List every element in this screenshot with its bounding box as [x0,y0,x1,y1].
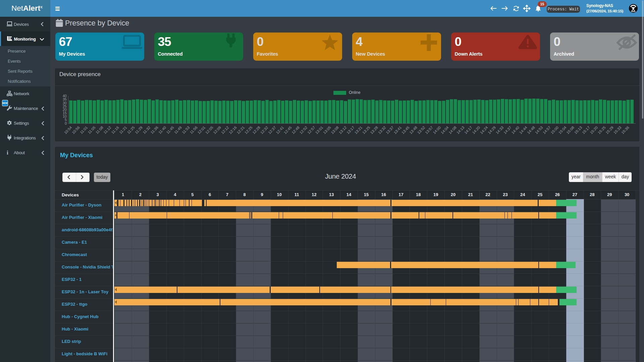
svg-text:15:13: 15:13 [574,125,583,135]
svg-text:11:08: 11:08 [95,125,104,134]
svg-text:14:40: 14:40 [511,125,520,135]
svg-text:15:29: 15:29 [605,125,614,135]
svg-text:10:54: 10:54 [63,125,73,135]
svg-text:40: 40 [63,94,67,98]
svg-text:11:12: 11:12 [103,125,112,134]
svg-text:15:04: 15:04 [558,125,567,135]
svg-text:11:45: 11:45 [165,125,174,134]
svg-text:13:01: 13:01 [314,125,324,135]
svg-text:12:32: 12:32 [260,125,269,135]
svg-text:12:21: 12:21 [236,125,245,135]
svg-text:11:40: 11:40 [158,125,167,134]
svg-text:12:37: 12:37 [267,125,277,135]
svg-text:13:28: 13:28 [369,125,379,135]
svg-text:10:56: 10:56 [71,125,80,135]
svg-text:13:12: 13:12 [338,125,347,135]
svg-text:13:25: 13:25 [362,125,371,135]
svg-text:15:25: 15:25 [597,125,606,135]
svg-text:13:21: 13:21 [354,125,363,135]
svg-text:15:33: 15:33 [613,125,622,135]
svg-text:11:36: 11:36 [150,125,159,134]
svg-text:14:29: 14:29 [487,125,496,135]
svg-text:15:08: 15:08 [566,125,575,135]
svg-text:14:04: 14:04 [440,125,449,135]
svg-text:13:17: 13:17 [346,125,355,135]
svg-text:13:48: 13:48 [409,125,418,135]
svg-text:11:16: 11:16 [111,125,120,134]
svg-text:14:37: 14:37 [503,125,512,135]
svg-text:13:37: 13:37 [385,125,394,135]
svg-text:13:05: 13:05 [322,125,332,135]
svg-text:12:05: 12:05 [205,125,214,135]
svg-text:15:20: 15:20 [589,125,598,135]
svg-text:12:09: 12:09 [212,125,222,135]
svg-text:11:01: 11:01 [79,125,88,134]
svg-text:14:00: 14:00 [432,125,441,135]
svg-text:13:45: 13:45 [401,125,410,135]
svg-text:11:05: 11:05 [87,125,96,134]
svg-text:14:17: 14:17 [464,125,473,135]
svg-text:12:57: 12:57 [307,125,316,135]
svg-text:15:36: 15:36 [621,125,630,135]
svg-text:11:21: 11:21 [118,125,127,134]
svg-text:14:24: 14:24 [479,125,489,135]
svg-text:12:45: 12:45 [283,125,292,135]
svg-text:11:29: 11:29 [134,125,143,134]
svg-text:11:56: 11:56 [189,125,198,134]
svg-text:12:41: 12:41 [275,125,284,135]
svg-text:12:12: 12:12 [220,125,230,135]
svg-text:12:16: 12:16 [228,125,237,135]
svg-text:14:53: 14:53 [534,125,544,135]
svg-text:14:48: 14:48 [526,125,536,135]
svg-text:15:17: 15:17 [581,125,591,135]
svg-text:12:25: 12:25 [244,125,253,135]
svg-text:12:01: 12:01 [197,125,206,135]
svg-text:14:33: 14:33 [495,125,504,135]
svg-text:15:00: 15:00 [550,125,559,135]
svg-text:11:53: 11:53 [181,125,190,134]
svg-text:14:44: 14:44 [519,125,528,135]
svg-text:13:32: 13:32 [377,125,387,135]
svg-text:12:48: 12:48 [291,125,300,135]
svg-text:12:28: 12:28 [252,125,261,135]
svg-text:11:25: 11:25 [126,125,135,134]
svg-text:14:57: 14:57 [542,125,551,135]
svg-text:13:41: 13:41 [393,125,402,135]
svg-text:13:52: 13:52 [417,125,426,135]
svg-text:13:57: 13:57 [424,125,434,135]
svg-text:13:08: 13:08 [330,125,339,135]
svg-text:12:52: 12:52 [299,125,308,135]
svg-text:11:32: 11:32 [142,125,151,134]
svg-text:11:49: 11:49 [173,125,182,134]
svg-text:14:13: 14:13 [456,125,465,135]
svg-text:14:08: 14:08 [448,125,457,135]
svg-text:14:20: 14:20 [471,125,481,135]
